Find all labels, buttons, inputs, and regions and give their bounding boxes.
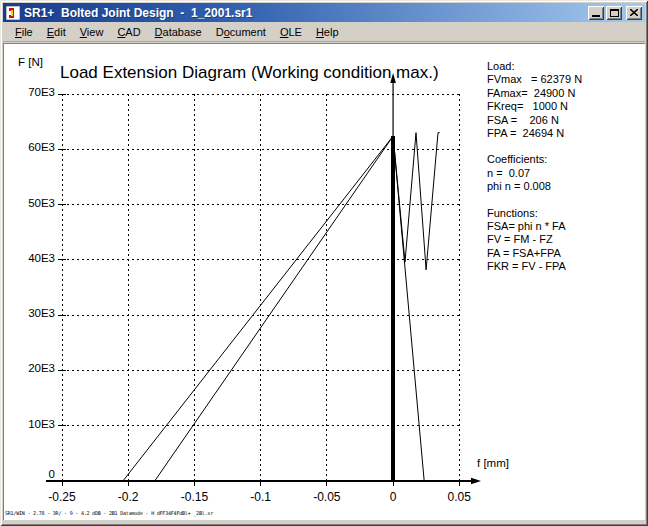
panel-line: FAmax= 24900 N — [487, 87, 582, 100]
bolt-elastic-line-upper-line — [123, 136, 393, 481]
panel-heading: Coefficients: — [487, 153, 582, 166]
maximize-icon — [610, 9, 619, 17]
panel-line: FPA = 24694 N — [487, 127, 582, 140]
y-tick-label: 70E3 — [15, 86, 55, 98]
y-tick-label: 30E3 — [15, 307, 55, 319]
x-axis-label: f [mm] — [477, 457, 509, 469]
menu-item-file[interactable]: File — [8, 24, 40, 40]
panel-line: phi n = 0.008 — [487, 180, 582, 193]
x-tick-label: -0.1 — [236, 490, 286, 504]
maximize-button[interactable] — [606, 6, 622, 20]
status-text: SR1/WIN - 2.78 - 3R/ - 9 - 4.2 dDB - 2B1… — [5, 510, 213, 516]
app-icon — [6, 6, 20, 20]
x-tick-label: -0.2 — [103, 490, 153, 504]
menu-item-ole[interactable]: OLE — [273, 24, 309, 40]
panel-line: FVmax = 62379 N — [487, 73, 582, 86]
y-tick-label: 60E3 — [15, 141, 55, 153]
x-tick-label: 0.05 — [434, 490, 484, 504]
y-tick-label: 50E3 — [15, 197, 55, 209]
menu-item-edit[interactable]: Edit — [40, 24, 73, 40]
clamped-parts-line-line — [393, 136, 424, 481]
bolt-elastic-line-lower-line — [155, 136, 393, 481]
window-controls — [588, 6, 642, 20]
minimize-button[interactable] — [588, 6, 604, 20]
app-window: SR1+ Bolted Joint Design - 1_2001.sr1 Fi… — [0, 0, 648, 526]
panel-line: FSA= phi n * FA — [487, 220, 582, 233]
panel-line: FKreq= 1000 N — [487, 100, 582, 113]
menu-item-database[interactable]: Database — [148, 24, 209, 40]
x-tick-label: -0.15 — [169, 490, 219, 504]
menu-item-help[interactable]: Help — [309, 24, 346, 40]
chart-title: Load Extension Diagram (Working conditio… — [60, 63, 439, 83]
menu-item-document[interactable]: Document — [209, 24, 273, 40]
x-axis-arrow — [471, 478, 481, 484]
x-tick-label: 0 — [368, 490, 418, 504]
panel-section: Coefficients:n = 0.07phi n = 0.008 — [487, 153, 582, 193]
window-title: SR1+ Bolted Joint Design - 1_2001.sr1 — [24, 6, 588, 20]
menu-item-cad[interactable]: CAD — [110, 24, 147, 40]
x-tick-label: -0.25 — [37, 490, 87, 504]
y-tick-label: 0 — [15, 468, 55, 480]
y-tick-label: 10E3 — [15, 418, 55, 430]
x-tick-label: -0.05 — [302, 490, 352, 504]
panel-section: Functions:FSA= phi n * FAFV = FM - FZFA … — [487, 207, 582, 274]
minimize-icon — [592, 15, 600, 17]
side-panel: Load:FVmax = 62379 NFAmax= 24900 NFKreq=… — [487, 60, 582, 287]
panel-heading: Load: — [487, 60, 582, 73]
y-tick-label: 40E3 — [15, 252, 55, 264]
client-area: F [N] Load Extension Diagram (Working co… — [3, 43, 645, 520]
y-tick-label: 20E3 — [15, 362, 55, 374]
working-load-cycle-line — [393, 133, 440, 270]
close-button[interactable] — [626, 6, 642, 20]
panel-heading: Functions: — [487, 207, 582, 220]
panel-section: Load:FVmax = 62379 NFAmax= 24900 NFKreq=… — [487, 60, 582, 140]
titlebar[interactable]: SR1+ Bolted Joint Design - 1_2001.sr1 — [3, 3, 645, 22]
y-axis-label: F [N] — [18, 56, 43, 68]
panel-line: n = 0.07 — [487, 167, 582, 180]
close-icon — [630, 9, 638, 16]
panel-line: FV = FM - FZ — [487, 233, 582, 246]
panel-line: FSA = 206 N — [487, 114, 582, 127]
menubar: FileEditViewCADDatabaseDocumentOLEHelp — [3, 22, 645, 42]
menu-item-view[interactable]: View — [73, 24, 111, 40]
panel-line: FKR = FV - FPA — [487, 260, 582, 273]
panel-line: FA = FSA+FPA — [487, 247, 582, 260]
